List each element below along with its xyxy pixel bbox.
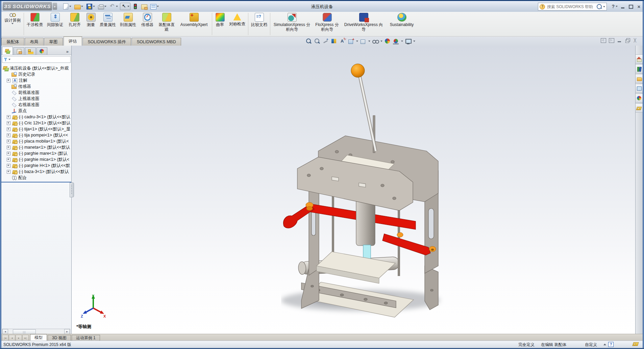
model-tab[interactable]: 模型 bbox=[30, 334, 47, 341]
expand-toggle[interactable] bbox=[7, 146, 10, 149]
tree-item-mates[interactable]: 配合 bbox=[1, 175, 71, 181]
tab-sketch[interactable]: 草图 bbox=[44, 38, 63, 46]
hole-alignment-button[interactable]: 孔对齐 bbox=[65, 12, 84, 36]
tree-item-front-plane[interactable]: 前视基准面 bbox=[1, 90, 71, 96]
tree-item-component[interactable]: (-) parghie H<1> (默认<<默 bbox=[1, 163, 71, 169]
view-selector-icon[interactable] bbox=[348, 38, 354, 44]
driveworksxpress-button[interactable]: DriveWorksXpress 向导 bbox=[341, 12, 386, 36]
custom-dropdown-caret[interactable] bbox=[603, 344, 606, 345]
next-tab-button[interactable]: ▸ bbox=[16, 335, 22, 341]
tab-solidworks-mbd[interactable]: SOLIDWORKS MBD bbox=[132, 38, 181, 46]
simulationxpress-button[interactable]: SimulationXpress 分析向导 bbox=[271, 12, 313, 36]
previous-view-icon[interactable] bbox=[322, 38, 329, 44]
toggle-left-pane-icon[interactable] bbox=[601, 38, 606, 43]
compare-documents-button[interactable]: 比较文档 bbox=[249, 12, 269, 36]
expand-toggle[interactable] bbox=[7, 164, 10, 168]
tree-item-component[interactable]: (-) Cric 12t<1> (默认<<默认 bbox=[1, 120, 71, 126]
design-study-button[interactable]: 设计算例 bbox=[2, 12, 23, 36]
open-dropdown-caret[interactable] bbox=[81, 6, 83, 7]
expand-toggle[interactable] bbox=[7, 79, 10, 82]
display-style-caret[interactable] bbox=[368, 41, 370, 42]
help-menu-button[interactable]: ? bbox=[612, 4, 618, 9]
status-tag-icon[interactable] bbox=[632, 342, 639, 346]
section-view-icon[interactable] bbox=[331, 38, 338, 44]
apply-scene-caret[interactable] bbox=[401, 41, 403, 42]
search-input[interactable] bbox=[546, 4, 595, 9]
display-style-icon[interactable] bbox=[360, 38, 367, 44]
expand-toggle[interactable] bbox=[7, 158, 10, 161]
tree-item-annotations[interactable]: 注解 bbox=[1, 77, 71, 83]
panel-splitter-grip[interactable] bbox=[70, 182, 74, 197]
help-dropdown-caret[interactable] bbox=[616, 6, 618, 7]
tree-item-component[interactable]: (-) baza-3<1> (默认<<默认 bbox=[1, 169, 71, 175]
tree-item-component[interactable]: (-) parghie mare<1> (默认 bbox=[1, 150, 71, 156]
open-button[interactable] bbox=[73, 3, 84, 10]
view-settings-caret[interactable] bbox=[413, 41, 415, 42]
symmetry-check-button[interactable]: 对称检查 bbox=[227, 12, 247, 36]
curvature-button[interactable]: 曲率 bbox=[213, 12, 227, 36]
status-help-icon[interactable]: ? bbox=[608, 342, 614, 347]
assemblyxpert-button[interactable]: AssemblyXpert bbox=[177, 12, 211, 36]
tree-item-component[interactable]: (-) placa mobila<1> (默认< bbox=[1, 138, 71, 144]
options-dropdown-caret[interactable] bbox=[157, 6, 159, 7]
new-document-button[interactable] bbox=[61, 3, 72, 10]
menu-expand-button[interactable]: ▸ bbox=[53, 3, 57, 10]
select-button[interactable] bbox=[120, 3, 130, 10]
tree-root-item[interactable]: 液压机设备 (默认<<默认>_外观 bbox=[1, 65, 71, 71]
options-button[interactable] bbox=[149, 3, 160, 10]
search-icon[interactable] bbox=[597, 4, 602, 9]
expand-toggle[interactable] bbox=[7, 115, 10, 119]
assembly-visualization-button[interactable]: 装配体直观 bbox=[156, 12, 177, 36]
tree-item-component[interactable]: (-) parghie mica<1> (默认< bbox=[1, 156, 71, 163]
apply-scene-icon[interactable] bbox=[393, 38, 399, 44]
tree-item-component[interactable]: (-) tija<1> (默认<<默认>_显 bbox=[1, 126, 71, 132]
first-tab-button[interactable]: |◂ bbox=[2, 335, 8, 341]
file-explorer-button[interactable] bbox=[636, 74, 643, 83]
sustainability-button[interactable]: Sustainability bbox=[386, 12, 418, 36]
scrollbar-track[interactable]: ||| bbox=[8, 329, 64, 334]
displaymanager-tab[interactable] bbox=[36, 47, 47, 55]
clearance-verify-button[interactable]: 间隙验证 bbox=[45, 12, 65, 36]
last-tab-button[interactable]: ▸| bbox=[22, 335, 29, 341]
document-minimize-icon[interactable] bbox=[617, 38, 622, 43]
undo-dropdown-caret[interactable] bbox=[116, 6, 118, 7]
file-properties-button[interactable] bbox=[140, 3, 148, 10]
hide-show-items-icon[interactable] bbox=[372, 38, 379, 44]
measure-button[interactable]: 测量 bbox=[84, 12, 98, 36]
save-dropdown-caret[interactable] bbox=[93, 6, 95, 7]
model-canvas[interactable] bbox=[281, 50, 470, 320]
window-minimize-button[interactable] bbox=[619, 4, 626, 9]
tab-assembly[interactable]: 装配体 bbox=[1, 38, 24, 46]
tab-evaluate[interactable]: 评估 bbox=[64, 36, 82, 46]
selection-filter-button[interactable] bbox=[131, 3, 139, 10]
document-close-icon[interactable] bbox=[633, 38, 639, 43]
expand-toggle[interactable] bbox=[7, 140, 10, 143]
print-dropdown-caret[interactable] bbox=[104, 6, 106, 7]
tab-layout[interactable]: 布局 bbox=[25, 38, 44, 46]
view-orientation-icon[interactable] bbox=[339, 38, 346, 44]
zoom-area-icon[interactable] bbox=[314, 38, 321, 44]
view-settings-icon[interactable] bbox=[405, 38, 412, 44]
mass-properties-button[interactable]: 质量属性 bbox=[98, 12, 118, 36]
new-dropdown-caret[interactable] bbox=[69, 6, 71, 7]
motion-study-tab[interactable]: 运动算例 1 bbox=[72, 335, 100, 341]
tab-solidworks-addins[interactable]: SOLIDWORKS 插件 bbox=[83, 38, 131, 46]
help-search-box[interactable]: ? bbox=[538, 3, 607, 10]
view-palette-button[interactable] bbox=[636, 84, 643, 93]
expand-toggle[interactable] bbox=[7, 170, 10, 174]
window-close-button[interactable]: × bbox=[635, 4, 643, 9]
expand-toggle[interactable] bbox=[7, 133, 10, 137]
3d-views-tab[interactable]: 3D 视图 bbox=[48, 335, 71, 341]
propertymanager-tab[interactable] bbox=[14, 47, 24, 55]
tree-item-component[interactable]: (-) maneta<1> (默认<<默认 bbox=[1, 144, 71, 150]
tree-item-history[interactable]: 历史记录 bbox=[1, 71, 71, 77]
appearances-button[interactable] bbox=[636, 94, 643, 103]
tree-item-right-plane[interactable]: 右视基准面 bbox=[1, 102, 71, 108]
zoom-fit-icon[interactable] bbox=[305, 38, 312, 44]
select-dropdown-caret[interactable] bbox=[127, 6, 129, 7]
edit-appearance-icon[interactable] bbox=[384, 38, 391, 44]
prev-tab-button[interactable]: ◂ bbox=[9, 335, 15, 341]
document-restore-icon[interactable] bbox=[625, 38, 630, 43]
undo-button[interactable] bbox=[108, 3, 119, 10]
tree-item-top-plane[interactable]: 上视基准面 bbox=[1, 96, 71, 102]
